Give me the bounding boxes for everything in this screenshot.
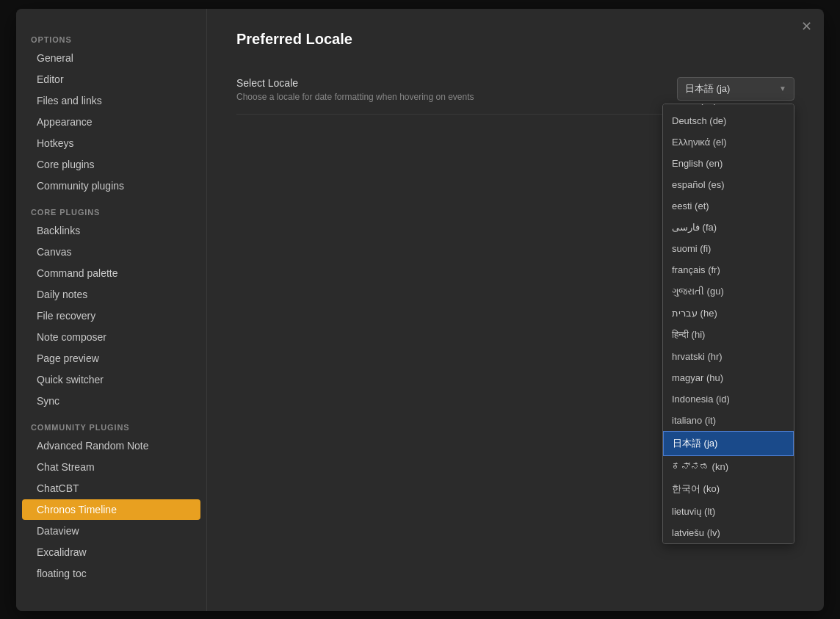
sidebar-item-core-plugins[interactable]: Core plugins	[22, 154, 200, 175]
dropdown-option-es[interactable]: español (es)	[663, 174, 794, 195]
dropdown-option-hi[interactable]: हिन्दी (hi)	[663, 324, 794, 346]
dropdown-option-id[interactable]: Indonesia (id)	[663, 388, 794, 410]
modal-overlay: ✕ Options GeneralEditorFiles and linksAp…	[0, 0, 840, 619]
community-plugins-nav: Advanced Random NoteChat StreamChatCBTCh…	[16, 435, 206, 584]
dropdown-option-lt[interactable]: lietuvių (lt)	[663, 501, 794, 522]
setting-name-locale: Select Locale	[236, 77, 677, 89]
sidebar-item-appearance[interactable]: Appearance	[22, 112, 200, 132]
dropdown-option-en[interactable]: English (en)	[663, 153, 794, 174]
sidebar-item-chat-stream[interactable]: Chat Stream	[22, 457, 200, 477]
sidebar-item-hotkeys[interactable]: Hotkeys	[22, 133, 200, 153]
dropdown-option-fa[interactable]: فارسی (fa)	[663, 217, 794, 238]
dropdown-option-kn[interactable]: ಕನ್ನಡ (kn)	[663, 456, 794, 477]
dropdown-option-ja[interactable]: 日本語 (ja)	[663, 431, 794, 456]
dropdown-option-hu[interactable]: magyar (hu)	[663, 367, 794, 388]
dropdown-option-de[interactable]: Deutsch (de)	[663, 110, 794, 131]
sidebar-item-command-palette[interactable]: Command palette	[22, 263, 200, 283]
sidebar-item-file-recovery[interactable]: File recovery	[22, 305, 200, 326]
dropdown-option-ko[interactable]: 한국어 (ko)	[663, 477, 794, 501]
options-nav: GeneralEditorFiles and linksAppearanceHo…	[16, 48, 206, 196]
dropdown-option-gu[interactable]: ગુજરાતી (gu)	[663, 280, 794, 303]
sidebar: Options GeneralEditorFiles and linksAppe…	[16, 9, 207, 611]
modal-body: Options GeneralEditorFiles and linksAppe…	[16, 9, 824, 611]
dropdown-option-da[interactable]: dansk (da)	[663, 104, 794, 110]
dropdown-selected-label: 日本語 (ja)	[685, 82, 730, 95]
dropdown-option-fr[interactable]: français (fr)	[663, 259, 794, 280]
community-plugins-section-label: Community plugins	[16, 417, 206, 435]
dropdown-option-he[interactable]: עברית (he)	[663, 303, 794, 324]
dropdown-option-it[interactable]: italiano (it)	[663, 410, 794, 431]
close-button[interactable]: ✕	[797, 18, 815, 35]
dropdown-option-hr[interactable]: hrvatski (hr)	[663, 346, 794, 367]
core-plugins-section-label: Core plugins	[16, 202, 206, 220]
sidebar-item-note-composer[interactable]: Note composer	[22, 327, 200, 347]
setting-row-locale: Select Locale Choose a locale for date f…	[236, 65, 794, 115]
sidebar-item-backlinks[interactable]: Backlinks	[22, 220, 200, 241]
chevron-down-icon: ▼	[779, 84, 786, 93]
sidebar-item-floating-toc[interactable]: floating toc	[22, 563, 200, 584]
dropdown-option-et[interactable]: eesti (et)	[663, 195, 794, 217]
sidebar-item-editor[interactable]: Editor	[22, 69, 200, 90]
locale-dropdown-list[interactable]: Afrikaans (af)العربية (ar)azərbaycan (az…	[662, 104, 794, 544]
setting-desc-locale: Choose a locale for date formatting when…	[236, 92, 677, 102]
sidebar-item-chatcbt[interactable]: ChatCBT	[22, 478, 200, 499]
sidebar-item-quick-switcher[interactable]: Quick switcher	[22, 369, 200, 390]
sidebar-item-chronos-timeline[interactable]: Chronos Timeline	[22, 499, 200, 520]
dropdown-option-el[interactable]: Ελληνικά (el)	[663, 131, 794, 153]
main-content: Preferred Locale Select Locale Choose a …	[207, 9, 824, 611]
core-plugins-nav: BacklinksCanvasCommand paletteDaily note…	[16, 220, 206, 411]
sidebar-item-advanced-random-note[interactable]: Advanced Random Note	[22, 435, 200, 456]
settings-modal: ✕ Options GeneralEditorFiles and linksAp…	[16, 9, 824, 611]
sidebar-item-dataview[interactable]: Dataview	[22, 521, 200, 541]
locale-dropdown-container: 日本語 (ja) ▼ Afrikaans (af)العربية (ar)azə…	[677, 77, 794, 101]
sidebar-item-files-and-links[interactable]: Files and links	[22, 90, 200, 111]
options-section-label: Options	[16, 29, 206, 47]
section-title: Preferred Locale	[236, 31, 794, 48]
sidebar-item-general[interactable]: General	[22, 48, 200, 68]
sidebar-item-daily-notes[interactable]: Daily notes	[22, 284, 200, 305]
setting-info-locale: Select Locale Choose a locale for date f…	[236, 77, 677, 102]
dropdown-option-fi[interactable]: suomi (fi)	[663, 238, 794, 259]
sidebar-item-community-plugins[interactable]: Community plugins	[22, 175, 200, 196]
sidebar-item-page-preview[interactable]: Page preview	[22, 348, 200, 369]
sidebar-item-sync[interactable]: Sync	[22, 391, 200, 411]
sidebar-item-canvas[interactable]: Canvas	[22, 242, 200, 262]
sidebar-item-excalidraw[interactable]: Excalidraw	[22, 542, 200, 562]
locale-dropdown-trigger[interactable]: 日本語 (ja) ▼	[677, 77, 794, 101]
dropdown-option-lv[interactable]: latviešu (lv)	[663, 522, 794, 543]
